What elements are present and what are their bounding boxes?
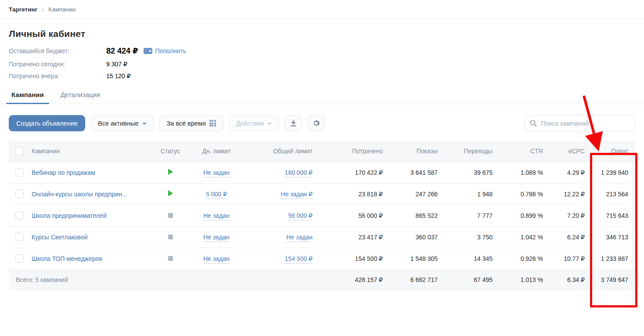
clicks-cell: 7 777 (445, 205, 500, 226)
export-button[interactable] (284, 115, 302, 131)
ctr-cell: 1.089 % (500, 162, 550, 183)
spent-yesterday-value: 15 120 ₽ (106, 72, 131, 79)
col-ecpc[interactable]: eCPC (550, 141, 592, 162)
day-limit-link[interactable]: Не задан (203, 169, 230, 177)
period-filter-label: За всё время (167, 120, 206, 127)
total-ecpc: 6.34 ₽ (550, 269, 592, 290)
total-limit-link[interactable]: Не задан ₽ (281, 191, 313, 199)
col-reach[interactable]: Охват (592, 141, 635, 162)
status-stop-icon (168, 256, 173, 261)
ecpc-cell: 6.24 ₽ (550, 226, 592, 248)
breadcrumb-targeting[interactable]: Таргетинг (9, 6, 37, 13)
breadcrumb: Таргетинг › Кампании (0, 0, 644, 19)
col-spent[interactable]: Потрачено (320, 141, 390, 162)
campaign-link[interactable]: Курсы Светлаковой (32, 234, 87, 241)
row-checkbox[interactable] (15, 233, 24, 241)
total-ctr: 1.013 % (500, 269, 550, 290)
table-total-row: Всего: 5 кампаний 428 157 ₽ 6 662 717 67… (9, 269, 635, 290)
col-clicks[interactable]: Переходы (445, 141, 500, 162)
table-row: Школа ТОП-менеджеров Не задан 154 500 ₽ … (9, 248, 635, 269)
day-limit-link[interactable]: Не задан (203, 212, 230, 220)
clicks-cell: 1 948 (445, 183, 500, 205)
table-header-row: Кампания Статус Дн. лимит Общий лимит По… (9, 141, 635, 162)
col-ctr[interactable]: CTR (500, 141, 550, 162)
ecpc-cell: 10.77 ₽ (550, 248, 592, 269)
reach-cell: 1 239 840 (592, 162, 635, 183)
calendar-grid-icon (209, 120, 216, 126)
total-limit-link[interactable]: 56 000 ₽ (288, 212, 313, 220)
col-total-limit[interactable]: Общий лимит (245, 141, 320, 162)
total-limit-link[interactable]: 180 000 ₽ (285, 169, 313, 177)
row-checkbox[interactable] (15, 190, 24, 198)
campaigns-table: Кампания Статус Дн. лимит Общий лимит По… (9, 141, 635, 290)
col-day-limit[interactable]: Дн. лимит (188, 141, 245, 162)
table-row: Школа предпринимателей Не задан 56 000 ₽… (9, 205, 635, 226)
col-impressions[interactable]: Показы (390, 141, 445, 162)
table-row: Вебинар по продажам Не задан 180 000 ₽ 1… (9, 162, 635, 183)
stat-spent-today: Потрачено сегодня: 9 307 ₽ (9, 61, 635, 68)
search-box[interactable] (524, 115, 635, 131)
reach-cell: 213 564 (592, 183, 635, 205)
stat-spent-yesterday: Потрачено вчера: 15 120 ₽ (9, 72, 635, 79)
day-limit-link[interactable]: 5 000 ₽ (206, 191, 227, 199)
select-all-checkbox[interactable] (15, 147, 24, 155)
table-row: Курсы Светлаковой Не задан Не задан 23 4… (9, 226, 635, 248)
col-status[interactable]: Статус (153, 141, 188, 162)
day-limit-link[interactable]: Не задан (203, 234, 230, 242)
ctr-cell: 1.042 % (500, 226, 550, 248)
impressions-cell: 1 548 305 (390, 248, 445, 269)
tab-details[interactable]: Детализация (58, 87, 103, 104)
period-filter-dropdown[interactable]: За всё время (159, 115, 223, 131)
ctr-cell: 0.788 % (500, 183, 550, 205)
stat-label: Потрачено сегодня: (9, 61, 106, 68)
total-limit-link[interactable]: 154 500 ₽ (285, 255, 313, 264)
chevron-down-icon (267, 123, 272, 125)
search-icon (530, 120, 537, 127)
col-campaign[interactable]: Кампания (30, 141, 153, 162)
settings-button[interactable] (307, 115, 325, 131)
reach-cell: 715 643 (592, 205, 635, 226)
page-title: Личный кабинет (9, 29, 635, 39)
status-filter-dropdown[interactable]: Все активные (90, 115, 154, 131)
create-ad-button[interactable]: Создать объявление (9, 115, 85, 131)
total-clicks: 67 495 (445, 269, 500, 290)
stat-remaining-budget: Оставшийся бюджет: 82 424 ₽ Пополнить (9, 46, 635, 56)
budget-stats: Оставшийся бюджет: 82 424 ₽ Пополнить По… (9, 46, 635, 79)
download-icon (290, 119, 297, 127)
campaign-link[interactable]: Школа ТОП-менеджеров (32, 255, 102, 262)
ctr-cell: 0.926 % (500, 248, 550, 269)
row-checkbox[interactable] (15, 254, 24, 263)
row-checkbox[interactable] (15, 211, 24, 220)
impressions-cell: 3 641 587 (390, 162, 445, 183)
ecpc-cell: 12.22 ₽ (550, 183, 592, 205)
impressions-cell: 247 266 (390, 183, 445, 205)
tab-campaigns[interactable]: Кампании (9, 87, 47, 104)
campaign-link[interactable]: Школа предпринимателей (32, 212, 107, 219)
spent-cell: 23 818 ₽ (320, 183, 390, 205)
clicks-cell: 14 345 (445, 248, 500, 269)
campaign-link[interactable]: Онлайн-курсы школы предприн... (32, 191, 127, 198)
stat-label: Оставшийся бюджет: (9, 47, 106, 54)
status-play-icon (168, 190, 173, 196)
total-limit-link[interactable]: Не задан (286, 234, 313, 242)
chevron-right-icon: › (42, 6, 44, 13)
reach-cell: 1 233 887 (592, 248, 635, 269)
status-stop-icon (168, 213, 173, 218)
gear-icon (312, 119, 320, 127)
actions-label: Действия (236, 120, 264, 127)
top-up-link[interactable]: Пополнить (155, 47, 186, 54)
spent-cell: 154 500 ₽ (320, 248, 390, 269)
campaign-link[interactable]: Вебинар по продажам (32, 169, 95, 176)
breadcrumb-campaigns: Кампании (48, 6, 76, 13)
spent-cell: 170 422 ₽ (320, 162, 390, 183)
spent-cell: 23 417 ₽ (320, 226, 390, 248)
ecpc-cell: 4.29 ₽ (550, 162, 592, 183)
status-filter-label: Все активные (98, 120, 139, 127)
tab-bar: Кампании Детализация (0, 87, 644, 104)
actions-dropdown[interactable]: Действия (229, 115, 280, 131)
search-input[interactable] (541, 120, 630, 127)
remaining-budget-value: 82 424 ₽ (106, 46, 138, 56)
day-limit-link[interactable]: Не задан (203, 255, 230, 264)
total-spent: 428 157 ₽ (320, 269, 390, 290)
row-checkbox[interactable] (15, 168, 24, 177)
